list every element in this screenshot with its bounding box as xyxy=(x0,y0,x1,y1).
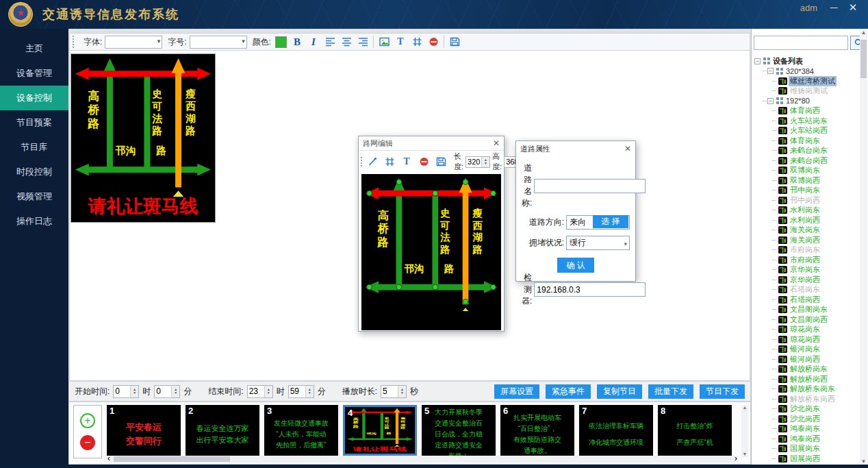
program-thumbnail-8[interactable]: 8打击整治“炸严查严惩“机 xyxy=(658,405,732,456)
stepper-arrows-icon[interactable]: ▲▼ xyxy=(305,386,314,397)
tree-device-体育岗东[interactable]: 体育岗东 xyxy=(753,136,861,146)
confirm-button[interactable]: 确 认 xyxy=(557,258,594,273)
end-minute-input[interactable] xyxy=(289,386,305,397)
collapse-icon[interactable]: − xyxy=(767,98,774,104)
select-button[interactable]: 选 择 xyxy=(593,215,628,228)
tree-device-沙北岗东[interactable]: 沙北岗东 xyxy=(753,404,861,415)
tree-device-维扬岗测试[interactable]: 维扬岗测试 xyxy=(753,86,861,97)
tree-device-鸿泰岗东[interactable]: 鸿泰岗东 xyxy=(753,424,861,434)
close-icon[interactable]: ✕ xyxy=(624,144,631,153)
tree-device-解放桥东岗东[interactable]: 解放桥东岗东 xyxy=(753,384,861,395)
toolbar-grip[interactable] xyxy=(361,157,362,167)
led-preview[interactable]: 高桥路史可法路瘦西湖路邗沟路请礼让斑马线 xyxy=(71,53,216,223)
sidebar-item-8[interactable]: 操作日志 xyxy=(0,209,68,234)
insert-text-icon[interactable]: T xyxy=(399,155,414,169)
road-network-icon[interactable] xyxy=(382,155,397,169)
end-hour-input[interactable] xyxy=(248,386,264,397)
align-left-icon[interactable] xyxy=(322,35,337,49)
remove-program-button[interactable]: − xyxy=(80,435,95,450)
congestion-select[interactable]: 缓行 xyxy=(566,236,630,250)
tree-device-双博岗东[interactable]: 双博岗东 xyxy=(753,166,861,176)
program-thumbnail-2[interactable]: 2春运安全连万家出行平安靠大家 xyxy=(186,405,259,456)
close-icon[interactable]: ✕ xyxy=(493,138,500,148)
tree-device-市府岗西[interactable]: 市府岗西 xyxy=(753,255,861,265)
delete-icon[interactable] xyxy=(426,35,441,49)
tree-device-鸿泰岗西[interactable]: 鸿泰岗西 xyxy=(753,434,861,444)
scroll-left-icon[interactable]: ‹ xyxy=(107,456,110,461)
tree-device-琼花岗西[interactable]: 琼花岗西 xyxy=(753,334,861,345)
color-swatch[interactable] xyxy=(275,36,287,48)
tree-device-火车站岗东[interactable]: 火车站岗东 xyxy=(753,116,861,126)
insert-text-icon[interactable]: T xyxy=(393,35,408,49)
scroll-down-icon[interactable]: ▼ xyxy=(743,452,748,457)
stepper-arrows-icon[interactable]: ▲▼ xyxy=(398,386,406,397)
tree-device-解放桥东岗西[interactable]: 解放桥东岗西 xyxy=(753,394,861,404)
save-icon[interactable] xyxy=(433,155,448,169)
props-dialog-titlebar[interactable]: 道路属性 ✕ xyxy=(516,141,635,156)
stepper-arrows-icon[interactable]: ▲▼ xyxy=(171,386,179,397)
duration-input[interactable] xyxy=(381,386,398,397)
program-thumbnail-3[interactable]: 3发生轻微交通事故“人未伤，车能动先拍照，后撤离” xyxy=(264,405,338,456)
sidebar-item-1[interactable]: 主页 xyxy=(0,36,68,61)
start-hour-input[interactable] xyxy=(114,386,130,397)
tree-device-国展岗西[interactable]: 国展岗西 xyxy=(753,454,861,464)
tree-device-石塔岗东[interactable]: 石塔岗东 xyxy=(753,285,861,295)
sidebar-item-3[interactable]: 设备控制 xyxy=(0,86,68,110)
tree-device-邗中岗西[interactable]: 邗中岗西 xyxy=(753,195,861,206)
italic-icon[interactable]: I xyxy=(306,35,321,49)
program-thumbnail-4[interactable]: 4高桥路史可法路瘦西湖路邗沟路请礼让斑马线 xyxy=(343,405,417,456)
tree-device-解放桥岗西[interactable]: 解放桥岗西 xyxy=(753,374,861,384)
playlist-vscrollbar[interactable]: ▲ ▼ xyxy=(741,405,748,457)
action-button-3[interactable]: 复制节目 xyxy=(597,384,642,399)
stepper-arrows-icon[interactable]: ▲▼ xyxy=(130,386,138,397)
tree-device-来鹤台岗东[interactable]: 来鹤台岗东 xyxy=(753,146,861,156)
save-icon[interactable] xyxy=(447,35,462,49)
tree-group-192*80[interactable]: −192*80 xyxy=(753,96,861,106)
playlist-hscrollbar[interactable]: ‹ › xyxy=(107,456,738,463)
tree-scrollbar[interactable]: ▲ ▼ xyxy=(860,30,867,465)
stepper-arrows-icon[interactable]: ▲▼ xyxy=(481,157,489,167)
start-minute-input[interactable] xyxy=(155,386,171,397)
tree-device-市府岗东[interactable]: 市府岗东 xyxy=(753,245,861,256)
toolbar-grip[interactable] xyxy=(73,36,76,48)
program-thumbnail-1[interactable]: 1平安春运交警同行 xyxy=(107,405,181,456)
scroll-up-icon[interactable]: ▲ xyxy=(861,30,867,36)
tree-device-螺丝湾桥测试[interactable]: 螺丝湾桥测试 xyxy=(753,76,861,86)
stepper-arrows-icon[interactable]: ▲▼ xyxy=(264,386,272,397)
sidebar-item-4[interactable]: 节目预案 xyxy=(0,110,68,135)
insert-image-icon[interactable] xyxy=(376,35,392,49)
collapse-icon[interactable]: − xyxy=(767,68,774,74)
program-thumbnail-7[interactable]: 7依法治理非标车辆净化城市交通环境 xyxy=(579,405,653,456)
sidebar-item-7[interactable]: 视频管理 xyxy=(0,184,68,209)
tree-device-解放桥岗东[interactable]: 解放桥岗东 xyxy=(753,365,861,375)
font-size-select[interactable] xyxy=(190,36,247,49)
tree-device-海关岗西[interactable]: 海关岗西 xyxy=(753,235,861,245)
action-button-4[interactable]: 批量下发 xyxy=(648,384,693,399)
tree-device-石塔岗西[interactable]: 石塔岗西 xyxy=(753,295,861,305)
roadnet-edit-canvas[interactable]: 高桥路史可法路瘦西湖路邗沟路 xyxy=(361,174,501,330)
tree-device-水利岗东[interactable]: 水利岗东 xyxy=(753,206,861,216)
device-search-input[interactable] xyxy=(754,36,848,50)
sidebar-item-6[interactable]: 时段控制 xyxy=(0,160,68,184)
detector-field[interactable] xyxy=(534,282,646,297)
username[interactable]: adm xyxy=(800,3,817,13)
tree-device-沙北岗西[interactable]: 沙北岗西 xyxy=(753,414,861,424)
scroll-down-icon[interactable]: ▼ xyxy=(861,459,867,465)
action-button-5[interactable]: 节目下发 xyxy=(700,384,745,399)
font-select[interactable] xyxy=(105,36,162,49)
sidebar-item-5[interactable]: 节目库 xyxy=(0,135,68,160)
tree-device-海关岗东[interactable]: 海关岗东 xyxy=(753,225,861,236)
tree-device-银河岗东[interactable]: 银河岗东 xyxy=(753,345,861,355)
tree-device-京华岗东[interactable]: 京华岗东 xyxy=(753,265,861,275)
tree-device-京华岗西[interactable]: 京华岗西 xyxy=(753,275,861,285)
tree-device-体育岗西[interactable]: 体育岗西 xyxy=(753,106,861,116)
program-thumbnail-6[interactable]: 6扎实开展电动车“百日整治”，有效预防道路交通事故。 xyxy=(500,405,574,456)
add-program-button[interactable]: + xyxy=(80,413,95,428)
road-name-field[interactable] xyxy=(534,179,646,193)
tree-device-火车站岗西[interactable]: 火车站岗西 xyxy=(753,126,861,136)
action-button-1[interactable]: 屏幕设置 xyxy=(494,384,539,399)
align-right-icon[interactable] xyxy=(355,35,370,49)
close-icon[interactable]: ✕ xyxy=(846,1,860,14)
action-button-2[interactable]: 紧急事件 xyxy=(546,384,591,399)
program-thumbnail-5[interactable]: 5大力开展秋冬季交通安全整治百日会战，全力稳定道路交通安全形势！ xyxy=(422,405,496,456)
